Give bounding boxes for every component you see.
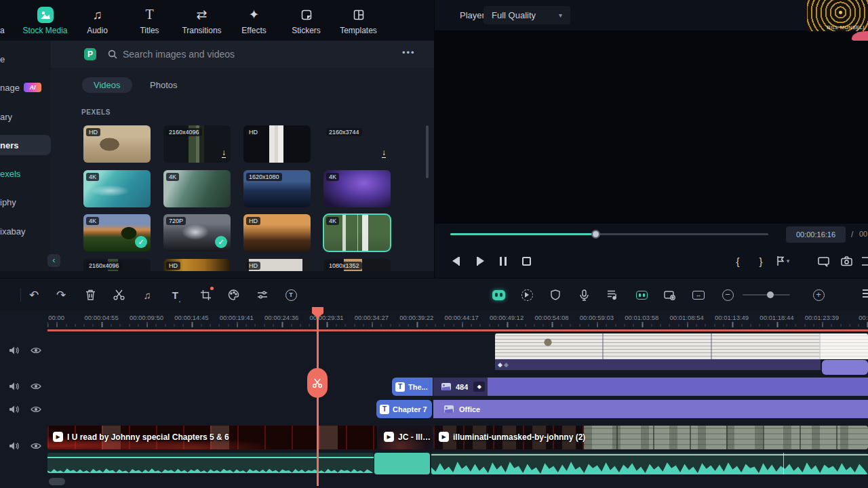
detach-audio-button[interactable]: ♫ [138,286,156,304]
search-input[interactable] [123,46,380,62]
sidebar-item-giphy[interactable]: iphy [0,195,51,209]
split-button[interactable] [110,286,127,304]
toggle-track-icon[interactable] [31,346,41,355]
video-clip-1[interactable]: ▶ I U read by Johnny special Chapters 5 … [47,426,377,449]
quality-dropdown[interactable]: Full Quality ▾ [484,6,570,24]
tab-titles[interactable]: T Titles [123,6,176,41]
video-thumbnail[interactable]: 4K [323,170,391,207]
redo-button[interactable]: ↷ [52,286,70,304]
sidebar-item-pexels[interactable]: exels [0,166,51,181]
mute-track-icon[interactable] [9,405,19,414]
undo-button[interactable]: ↶ [25,286,43,304]
sidebar-item-partners[interactable]: ners [0,135,51,155]
toggle-track-icon[interactable] [31,382,41,391]
tab-audio[interactable]: ♫ Audio [71,6,123,41]
seek-handle[interactable] [591,230,600,239]
sidebar-collapse-button[interactable]: ‹ [47,254,60,267]
video-thumbnail[interactable]: 2160x4096 [83,259,151,271]
video-thumbnail[interactable]: 1620x1080 [243,170,311,207]
previous-frame-button[interactable] [447,252,465,270]
timeline-ruler[interactable]: 00:0000:00:04:5500:00:09:5000:00:14:4500… [34,314,868,321]
mark-in-button[interactable]: { [729,252,747,270]
marker-button[interactable]: ▾ [774,252,791,270]
video-thumbnail[interactable]: 4K [83,170,151,207]
sidebar-item-ai-image[interactable]: nage AI [0,80,51,95]
tab-transitions[interactable]: ⇄ Transitions [176,6,228,41]
mute-track-icon[interactable] [9,441,19,451]
color-button[interactable] [224,286,242,304]
audio-clip-solid[interactable] [374,453,430,474]
audio-stretch-button[interactable] [604,286,621,304]
text-tool-button[interactable]: T. [167,286,185,304]
timeline-zoom-slider[interactable] [743,294,790,296]
zoom-in-button[interactable]: + [810,286,827,304]
cut-edge-button[interactable] [862,252,868,270]
playhead[interactable] [312,307,324,487]
ai-tool-button[interactable] [633,286,650,304]
mute-track-icon[interactable] [9,382,19,391]
graphic-clip-office[interactable]: Office [433,400,868,418]
sidebar-item-library[interactable]: ary [0,109,51,124]
download-icon[interactable]: ↓ [222,148,226,158]
tab-photos[interactable]: Photos [150,80,177,90]
screen-record-button[interactable] [661,286,679,304]
tab-stock-media[interactable]: Stock Media [19,6,71,41]
tab-stickers[interactable]: Stickers [280,6,332,41]
toggle-track-icon[interactable] [31,405,41,414]
sidebar-item-0[interactable]: e [0,52,51,66]
delete-button[interactable] [81,286,99,304]
video-thumbnail[interactable]: 720P✓ [163,214,231,251]
video-thumbnail[interactable]: HD [243,259,311,271]
playhead-split-button[interactable] [307,368,328,398]
toggle-track-icon[interactable] [31,441,41,451]
video-thumbnail[interactable]: 4K [163,170,231,207]
snapshot-button[interactable] [837,252,855,270]
zoom-slider-handle[interactable] [767,291,774,298]
keyframe-badge-icon[interactable]: ◆ [473,382,485,392]
video-thumbnail[interactable]: HD [83,125,151,163]
video-thumbnail-selected[interactable]: 4K [323,214,391,251]
stop-button[interactable] [517,252,535,270]
title-clip-chapter7[interactable]: T Chapter 7 [376,400,432,418]
ai-copilot-button[interactable] [490,286,507,304]
mark-out-button[interactable]: } [752,252,770,270]
mask-button[interactable] [547,286,564,304]
video-thumbnail[interactable]: 4K✓ [83,214,151,251]
sidebar-item-pixabay[interactable]: ixabay [0,224,51,239]
video-thumbnail[interactable]: 1080x1352 [323,259,391,271]
video-thumbnail[interactable]: HD [243,214,311,251]
zoom-out-button[interactable]: − [719,286,736,304]
tab-templates[interactable]: Templates [332,6,384,41]
graphic-clip-484[interactable]: 484 ◆ [433,378,868,396]
motion-track-button[interactable] [518,286,536,304]
fit-timeline-button[interactable]: ↔ [690,286,707,304]
video-thumbnail[interactable]: HD [163,259,231,271]
track-menu-cut-icon[interactable] [863,287,868,301]
title-clip-the[interactable]: T The... [392,378,433,396]
video-clip-3[interactable]: ▶ illuminati-unmasked-by-johnny (2) [433,426,868,449]
more-options-icon[interactable]: ••• [402,47,416,58]
voiceover-button[interactable] [575,286,593,304]
display-mode-button[interactable] [814,252,832,270]
video-preview[interactable] [435,30,868,224]
subtitle-strip-tail[interactable] [822,360,868,375]
audio-clip-2[interactable] [431,453,868,474]
mute-track-icon[interactable] [9,346,19,355]
timeline-horizontal-scrollbar[interactable] [49,478,65,485]
crop-button[interactable] [197,286,214,304]
video-thumbnail[interactable]: 2160x4096↓ [163,125,231,163]
cut-nav-item[interactable]: a [0,26,5,35]
seek-bar[interactable] [450,233,768,235]
tab-videos[interactable]: Videos [82,77,132,93]
video-thumbnail[interactable]: HD [243,125,311,163]
audio-clip-1[interactable] [47,453,374,473]
panel-scrollbar[interactable] [426,125,429,178]
subtitle-strip[interactable]: ◆◆ [495,359,821,370]
text-to-speech-button[interactable]: T [282,286,300,304]
video-thumbnail[interactable]: 2160x3744↓ [323,125,391,163]
next-frame-button[interactable] [471,252,489,270]
pause-button[interactable] [494,252,512,270]
download-icon[interactable]: ↓ [382,148,386,158]
video-clip-2[interactable]: ▶ JC - Illu... [378,426,432,449]
document-pages-clip[interactable] [495,333,868,359]
